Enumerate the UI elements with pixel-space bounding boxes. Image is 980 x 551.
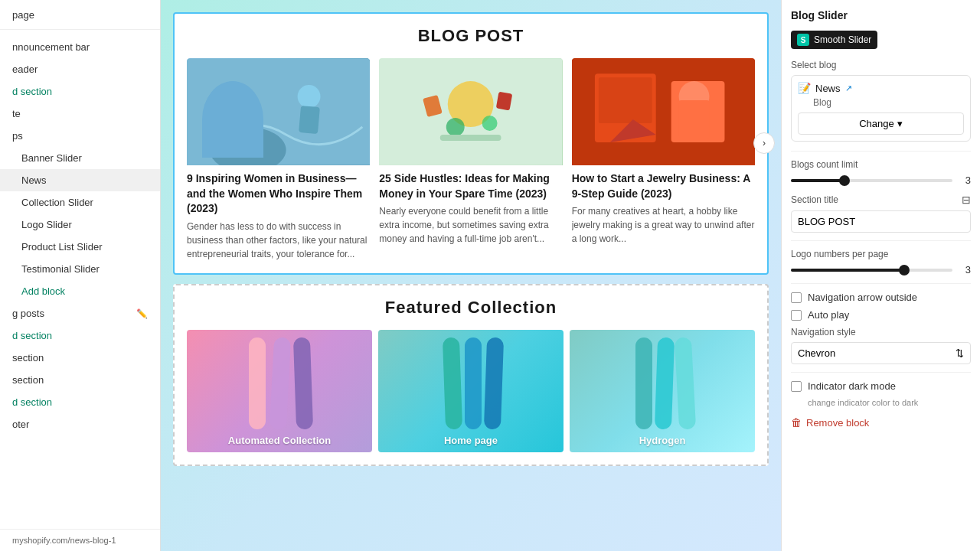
- blog-post-heading: BLOG POST: [187, 26, 755, 46]
- logo-per-page-slider-fill: [791, 269, 904, 272]
- sidebar-item-announcement-bar[interactable]: nnouncement bar: [0, 36, 160, 58]
- change-button[interactable]: Change ▾: [798, 112, 964, 135]
- change-button-label: Change: [859, 118, 894, 129]
- nav-arrow-checkbox[interactable]: [791, 292, 802, 303]
- sidebar-items: nnouncement bar eader d section te ps Ba…: [0, 30, 160, 529]
- right-panel: Blog Slider S Smooth Slider Select blog …: [781, 0, 980, 551]
- svg-rect-12: [440, 135, 501, 141]
- nav-style-dropdown[interactable]: Chevron ⇅: [791, 342, 971, 364]
- logo-per-page-label: Logo numbers per page: [791, 249, 971, 259]
- sidebar-item-label: nnouncement bar: [12, 41, 90, 53]
- blog-card-1: 9 Inspiring Women in Business—and the Wo…: [187, 58, 370, 261]
- blog-card-title-3: How to Start a Jewelry Business: A 9-Ste…: [572, 171, 755, 201]
- remove-block-button[interactable]: 🗑 Remove block: [791, 413, 971, 432]
- nav-arrow-label: Navigation arrow outside: [808, 292, 917, 303]
- sidebar-item-header[interactable]: eader: [0, 58, 160, 80]
- sidebar-item-label: d section: [12, 396, 52, 408]
- sidebar-item-news[interactable]: News: [0, 169, 160, 191]
- nav-arrow-right[interactable]: ›: [753, 132, 775, 154]
- auto-play-checkbox[interactable]: [791, 310, 802, 321]
- panel-title: Blog Slider: [791, 9, 971, 21]
- sidebar-item-section2[interactable]: section: [0, 369, 160, 391]
- nav-style-label: Navigation style: [791, 327, 971, 337]
- blog-post-wrapper: BLOG POST: [173, 12, 769, 275]
- panel-divider-1: [791, 151, 971, 152]
- blog-cards: 9 Inspiring Women in Business—and the Wo…: [187, 58, 755, 261]
- smooth-slider-label: Smooth Slider: [814, 34, 871, 45]
- sidebar-item-add-section-bot[interactable]: d section: [0, 391, 160, 413]
- sidebar-item-blog-posts[interactable]: g posts ✏️: [0, 302, 160, 324]
- featured-collection-heading: Featured Collection: [187, 298, 755, 318]
- indicator-dark-label: Indicator dark mode: [808, 380, 896, 392]
- sidebar-item-logo-slider[interactable]: Logo Slider: [0, 214, 160, 236]
- sidebar-item-label: g posts: [12, 308, 44, 319]
- sidebar-item-label: eader: [12, 64, 38, 75]
- sidebar-item-section1[interactable]: section: [0, 347, 160, 369]
- sidebar-item-add-block[interactable]: Add block: [0, 280, 160, 302]
- sidebar-url: myshopify.com/news-blog-1: [0, 529, 160, 551]
- chevron-down-icon: ▾: [897, 118, 903, 129]
- blog-external-link-icon: ↗: [845, 83, 852, 93]
- svg-rect-27: [675, 337, 696, 429]
- svg-rect-3: [227, 111, 253, 143]
- blogs-count-slider-thumb[interactable]: [839, 175, 850, 186]
- sidebar-item-label: d section: [12, 86, 52, 97]
- sidebar-item-label: d section: [12, 330, 52, 341]
- blog-card-illustration-3: [572, 58, 755, 165]
- snowboard-illustration-2: [425, 334, 517, 433]
- svg-rect-23: [465, 337, 482, 429]
- sidebar-item-product-list-slider[interactable]: Product List Slider: [0, 236, 160, 258]
- blog-card-illustration-1: [187, 58, 370, 165]
- edit-icon: ✏️: [136, 308, 148, 319]
- svg-point-10: [446, 118, 465, 136]
- sidebar-item-add-section-top[interactable]: d section: [0, 80, 160, 103]
- sidebar-item-banner-slider[interactable]: Banner Slider: [0, 147, 160, 169]
- svg-rect-24: [484, 337, 504, 429]
- sidebar-item-footer[interactable]: oter: [0, 413, 160, 435]
- logo-per-page-slider-thumb[interactable]: [899, 265, 910, 276]
- sidebar: page nnouncement bar eader d section te …: [0, 0, 161, 551]
- svg-point-4: [298, 85, 321, 108]
- blog-card-excerpt-1: Gender has less to do with success in bu…: [187, 220, 370, 261]
- sidebar-item-label: section: [12, 374, 44, 386]
- auto-play-label: Auto play: [808, 309, 849, 321]
- smooth-slider-badge: S Smooth Slider: [791, 31, 877, 49]
- indicator-dark-checkbox[interactable]: [791, 381, 802, 392]
- blogs-count-label: Blogs count limit: [791, 159, 971, 170]
- svg-point-11: [482, 116, 498, 131]
- logo-per-page-value: 3: [959, 264, 971, 276]
- logo-per-page-slider-track[interactable]: [791, 269, 952, 272]
- blog-card-3: How to Start a Jewelry Business: A 9-Ste…: [572, 58, 755, 261]
- blogs-count-slider-track[interactable]: [791, 179, 952, 182]
- featured-collection-section: Featured Collection Automated Collection…: [173, 284, 769, 466]
- svg-rect-5: [299, 106, 320, 134]
- sidebar-item-testimonial-slider[interactable]: Testimonial Slider: [0, 258, 160, 280]
- sidebar-item-collection-slider[interactable]: Collection Slider: [0, 191, 160, 214]
- sidebar-item-label: News: [21, 174, 47, 186]
- collection-card-homepage: Home page: [378, 330, 564, 452]
- snowboard-illustration-1: [234, 334, 325, 433]
- blog-select-row: 📝 News ↗: [798, 82, 964, 94]
- sidebar-item-add-section-mid[interactable]: d section: [0, 324, 160, 347]
- panel-divider-3: [791, 283, 971, 284]
- smooth-slider-icon: S: [797, 34, 809, 46]
- sidebar-item-label: Banner Slider: [21, 152, 82, 164]
- blogs-count-value: 3: [959, 174, 971, 186]
- nav-arrow-row: Navigation arrow outside: [791, 292, 971, 303]
- sidebar-item-ps[interactable]: ps: [0, 125, 160, 147]
- panel-divider-4: [791, 372, 971, 373]
- chevron-up-down-icon: ⇅: [956, 347, 964, 359]
- blogs-count-slider-row: 3: [791, 174, 971, 186]
- blog-card-illustration-2: [379, 58, 562, 165]
- blog-sublabel: Blog: [798, 97, 964, 108]
- blog-post-section: BLOG POST: [173, 12, 769, 275]
- indicator-dark-row: Indicator dark mode: [791, 380, 971, 392]
- sidebar-item-label: Testimonial Slider: [21, 263, 100, 275]
- panel-divider-2: [791, 240, 971, 241]
- sidebar-top: page: [0, 0, 160, 30]
- auto-play-row: Auto play: [791, 309, 971, 321]
- section-title-input[interactable]: [791, 210, 971, 233]
- sidebar-item-te[interactable]: te: [0, 103, 160, 125]
- trash-icon: 🗑: [791, 416, 802, 429]
- blog-card-title-2: 25 Side Hustles: Ideas for Making Money …: [379, 171, 562, 201]
